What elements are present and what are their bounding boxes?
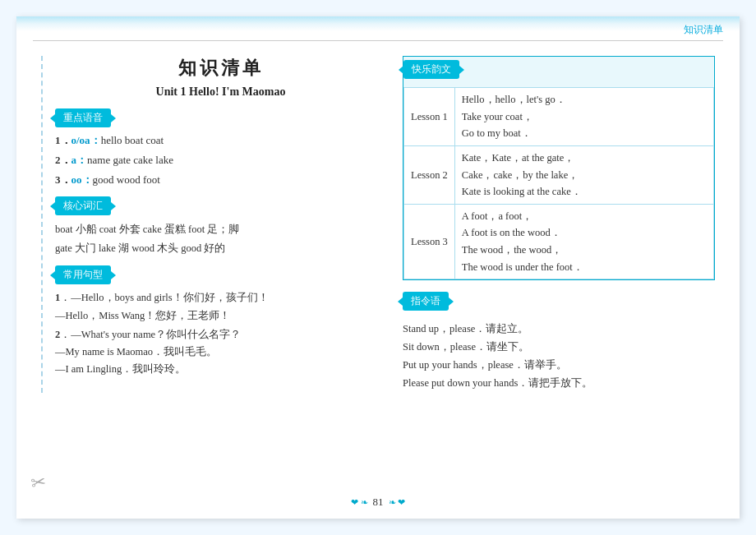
rhyme-lesson-1-label: Lesson 1 <box>404 88 455 146</box>
phonics-phoneme-3: oo： <box>71 173 93 186</box>
rhyme-row-1: Lesson 1 Hello，hello，let's go． Take your… <box>404 88 714 146</box>
scissors-icon: ✂ <box>30 472 48 496</box>
rhyme-section: 快乐韵文 Lesson 1 Hello，hello，let's go． Take… <box>403 56 715 280</box>
rhyme-badge: 快乐韵文 <box>403 60 459 79</box>
phonics-num-3: 3． <box>55 173 71 186</box>
top-header: 知识清单 <box>33 23 723 41</box>
page-number-container: ❤ ❧ 81 ❧ ❤ <box>351 496 406 509</box>
phonics-badge: 重点语音 <box>55 108 111 127</box>
page-deco-left: ❤ ❧ <box>351 497 368 508</box>
vocab-line-2: gate 大门 lake 湖 wood 木头 good 好的 <box>55 239 386 258</box>
command-line-2: Sit down，please．请坐下。 <box>403 339 715 357</box>
vocab-section: 核心词汇 boat 小船 coat 外套 cake 蛋糕 foot 足；脚 ga… <box>55 196 386 257</box>
rhyme-lesson-3-content: A foot，a foot， A foot is on the wood． Th… <box>454 204 713 279</box>
phonics-num-2: 2． <box>55 154 71 166</box>
rhyme-lesson-2-label: Lesson 2 <box>404 145 455 204</box>
command-header-wrap: 指令语 <box>403 292 715 316</box>
phonics-phoneme-2: a： <box>71 154 88 166</box>
rhyme-table: Lesson 1 Hello，hello，let's go． Take your… <box>403 87 714 279</box>
phonics-line-2: 2．a：name gate cake lake <box>55 152 386 169</box>
command-section: 指令语 Stand up，please．请起立。 Sit down，please… <box>403 292 715 393</box>
content-area: 知识清单 Unit 1 Hello! I'm Maomao 重点语音 1．o/o… <box>41 56 715 393</box>
rhyme-header-wrap: 快乐韵文 <box>403 57 714 87</box>
unit-title: Unit 1 Hello! I'm Maomao <box>55 85 386 99</box>
vocab-line-1: boat 小船 coat 外套 cake 蛋糕 foot 足；脚 <box>55 220 386 239</box>
rhyme-lesson-3-label: Lesson 3 <box>404 204 455 279</box>
sentence-item-2: 2．—What's your name？你叫什么名字？ —My name is … <box>55 326 386 379</box>
right-column: 快乐韵文 Lesson 1 Hello，hello，let's go． Take… <box>403 56 715 393</box>
rhyme-lesson-1-content: Hello，hello，let's go． Take your coat， Go… <box>454 88 713 146</box>
page-number: 81 <box>373 496 384 509</box>
phonics-line-1: 1．o/oa：hello boat coat <box>55 132 386 150</box>
phonics-section: 重点语音 1．o/oa：hello boat coat 2．a：name gat… <box>55 108 386 188</box>
command-line-1: Stand up，please．请起立。 <box>403 321 715 339</box>
page-container: 知识清单 知识清单 Unit 1 Hello! I'm Maomao 重点语音 … <box>16 16 740 519</box>
phonics-words-2: name gate cake lake <box>87 154 173 166</box>
command-line-3: Put up your hands，please．请举手。 <box>403 357 715 375</box>
header-title: 知识清单 <box>684 24 723 35</box>
phonics-words-3: good wood foot <box>93 173 160 186</box>
rhyme-row-3: Lesson 3 A foot，a foot， A foot is on the… <box>404 204 714 279</box>
rhyme-lesson-2-content: Kate，Kate，at the gate， Cake，cake，by the … <box>454 145 713 204</box>
sentence-section: 常用句型 1．—Hello，boys and girls！你们好，孩子们！ —H… <box>55 265 386 378</box>
command-line-4: Please put down your hands．请把手放下。 <box>403 375 715 393</box>
phonics-line-3: 3．oo：good wood foot <box>55 172 386 189</box>
phonics-num-1: 1． <box>55 134 71 146</box>
sentence-item-1: 1．—Hello，boys and girls！你们好，孩子们！ —Hello，… <box>55 289 386 325</box>
phonics-phoneme-1: o/oa： <box>71 134 101 146</box>
rhyme-row-2: Lesson 2 Kate，Kate，at the gate， Cake，cak… <box>404 145 714 204</box>
phonics-words-1: hello boat coat <box>101 134 164 146</box>
page-deco-right: ❧ ❤ <box>389 497 406 508</box>
command-badge: 指令语 <box>403 292 449 311</box>
page-title: 知识清单 <box>55 56 386 81</box>
vocab-badge: 核心词汇 <box>55 196 111 215</box>
left-column: 知识清单 Unit 1 Hello! I'm Maomao 重点语音 1．o/o… <box>41 56 386 393</box>
sentence-badge: 常用句型 <box>55 265 111 284</box>
